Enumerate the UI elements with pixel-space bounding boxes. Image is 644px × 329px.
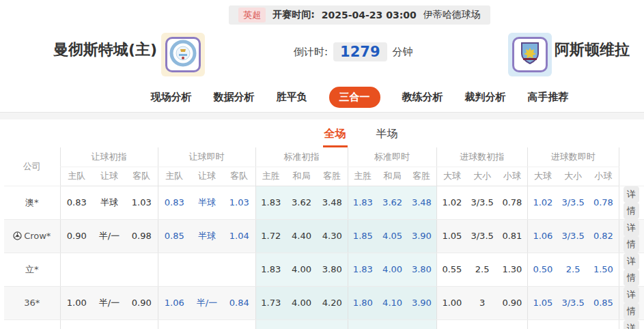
- odds-cell: 4.20: [286, 319, 317, 329]
- odds-cell: 半球: [191, 319, 223, 329]
- col-header: 大球: [527, 167, 558, 186]
- group-header-2: 标准初指: [255, 147, 348, 167]
- odds-cell: 3.48: [407, 186, 436, 219]
- group-header-0: 让球初指: [60, 147, 158, 167]
- period-tabs: 全场半场: [0, 119, 644, 147]
- nav-tab-0[interactable]: 现场分析: [151, 91, 192, 104]
- odds-cell: 半球: [191, 219, 223, 253]
- odds-cell: 半球: [191, 186, 223, 219]
- odds-cell: 0.44: [527, 319, 558, 329]
- kickoff-label: 开赛时间:: [272, 9, 315, 21]
- odds-cell: 1.03: [126, 186, 158, 219]
- company-cell: 36*: [4, 286, 60, 319]
- odds-cell: 0.44: [436, 319, 467, 329]
- odds-cell: 0.83: [158, 186, 191, 219]
- col-header: 小球: [588, 167, 619, 186]
- detail-button-1[interactable]: 情: [624, 203, 639, 219]
- odds-cell: 3/3.5: [558, 186, 588, 219]
- odds-cell: 0.78: [588, 186, 619, 219]
- detail-button-0[interactable]: 详: [624, 220, 639, 236]
- odds-cell: 半球: [93, 186, 126, 219]
- odds-cell: 3/3.5: [467, 186, 497, 219]
- odds-cell: 2.5: [467, 319, 497, 329]
- nav-tab-6[interactable]: 高手推荐: [528, 91, 569, 104]
- odds-cell: 0.91: [223, 319, 255, 329]
- detail-button-0[interactable]: 详: [624, 253, 639, 270]
- company-cell: 澳*: [4, 186, 60, 219]
- odds-cell: 0.82: [588, 219, 619, 253]
- detail-button-0[interactable]: 详: [624, 186, 639, 203]
- venue-name: 伊蒂哈德球场: [423, 9, 481, 21]
- odds-cell: 1.80: [348, 286, 378, 319]
- detail-button-1[interactable]: 情: [624, 236, 639, 253]
- odds-cell: 1.05: [436, 219, 467, 253]
- odds-cell: 2.5: [558, 319, 588, 329]
- detail-button-1[interactable]: 情: [624, 303, 639, 319]
- odds-cell: 0.90: [497, 286, 527, 319]
- match-info-bar: 英超 开赛时间: 2025-04-23 03:00 伊蒂哈德球场: [229, 5, 490, 25]
- col-header: 主队: [158, 167, 191, 186]
- odds-cell: 2.5: [558, 253, 588, 286]
- countdown-unit: 分钟: [393, 46, 413, 59]
- odds-cell: 1.50: [588, 319, 619, 329]
- odds-cell: 1.50: [497, 319, 527, 329]
- odds-cell: 3/3.5: [558, 219, 588, 253]
- odds-cell: 4.00: [286, 253, 317, 286]
- odds-cell: 0.83: [60, 186, 93, 219]
- odds-cell: 3.80: [407, 253, 436, 286]
- period-tab-0[interactable]: 全场: [324, 127, 346, 147]
- company-cell: 立*: [4, 253, 60, 286]
- detail-button-0[interactable]: 详: [624, 320, 639, 329]
- odds-cell: 1.83: [255, 253, 286, 286]
- detail-button-0[interactable]: 详: [624, 287, 639, 303]
- col-header: 大球: [436, 167, 467, 186]
- odds-cell: 半/一: [191, 286, 223, 319]
- detail-button-1[interactable]: 情: [624, 270, 639, 286]
- odds-cell: 4.40: [317, 319, 348, 329]
- odds-cell: 1.83: [348, 186, 378, 219]
- odds-cell: 0.85: [158, 219, 191, 253]
- odds-cell: 0.81: [497, 219, 527, 253]
- odds-row-4: 威*0.67半球1.150.83半球0.911.704.204.401.803.…: [4, 319, 644, 329]
- odds-cell: 1.73: [255, 286, 286, 319]
- odds-cell: 1.03: [223, 186, 255, 219]
- odds-cell: 1.02: [527, 186, 558, 219]
- col-header: 客队: [223, 167, 255, 186]
- odds-row-3: 36*1.00半/一0.901.06半/一0.841.734.004.201.8…: [4, 286, 644, 319]
- group-header-1: 让球即时: [158, 147, 255, 167]
- odds-cell: [126, 253, 158, 286]
- home-team-name: 曼彻斯特城(主): [53, 40, 157, 60]
- odds-cell: 4.40: [286, 219, 317, 253]
- nav-tab-4[interactable]: 教练分析: [402, 91, 443, 104]
- nav-tab-2[interactable]: 胜平负: [277, 91, 307, 104]
- detail-cell: 详情: [619, 319, 644, 329]
- odds-cell: 4.00: [378, 253, 407, 286]
- odds-cell: 4.20: [317, 286, 348, 319]
- odds-cell: 半球: [93, 319, 126, 329]
- odds-cell: 1.00: [436, 286, 467, 319]
- odds-row-2: 立*1.834.003.801.834.003.800.552.51.300.5…: [4, 253, 644, 286]
- col-header: 主队: [60, 167, 93, 186]
- group-header-3: 标准即时: [348, 147, 436, 167]
- odds-cell: 0.50: [527, 253, 558, 286]
- odds-cell: 3: [467, 286, 497, 319]
- col-header: 主胜: [255, 167, 286, 186]
- odds-cell: 1.06: [527, 219, 558, 253]
- odds-table: 公司让球初指让球即时标准初指标准即时进球数初指进球数即时主队让球客队主队让球客队…: [4, 147, 644, 329]
- match-info-row: 英超 开赛时间: 2025-04-23 03:00 伊蒂哈德球场: [0, 5, 644, 25]
- odds-cell: 3.90: [378, 319, 407, 329]
- odds-cell: [223, 253, 255, 286]
- col-header: 小球: [497, 167, 527, 186]
- odds-cell: 1.83: [255, 186, 286, 219]
- col-header: 主胜: [348, 167, 378, 186]
- league-badge: 英超: [238, 8, 266, 23]
- nav-tab-5[interactable]: 裁判分析: [465, 91, 506, 104]
- company-cell: 威*: [4, 319, 60, 329]
- nav-tab-3[interactable]: 三合一: [329, 87, 380, 108]
- col-header: 和局: [378, 167, 407, 186]
- nav-tab-1[interactable]: 数据分析: [214, 91, 255, 104]
- period-tab-1[interactable]: 半场: [376, 127, 398, 147]
- odds-cell: 3.48: [317, 186, 348, 219]
- aston-villa-crest-icon: [516, 40, 544, 70]
- odds-cell: 1.85: [348, 219, 378, 253]
